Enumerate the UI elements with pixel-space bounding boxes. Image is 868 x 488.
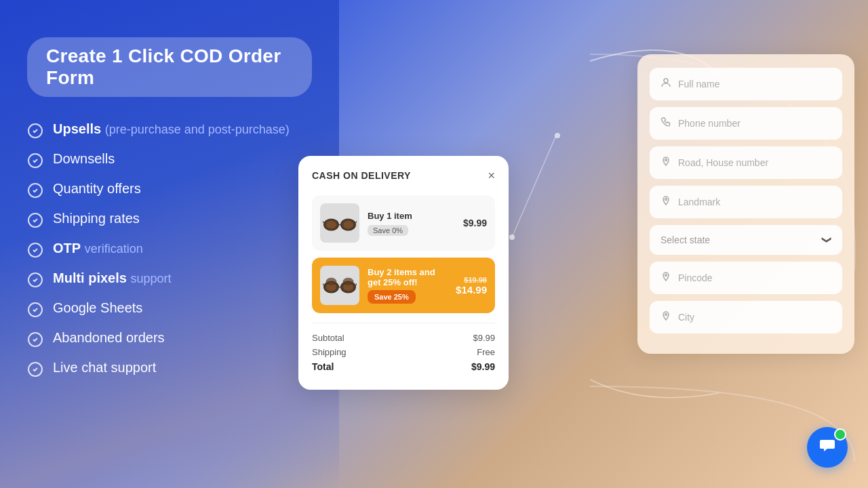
cod-card: CASH ON DELIVERY × Buy 1 item Save 0% $9… <box>298 156 509 390</box>
cod-close-button[interactable]: × <box>488 169 495 182</box>
feature-label-google: Google Sheets <box>53 300 142 316</box>
feature-highlight-otp: verification <box>85 242 143 256</box>
item-2-info: Buy 2 items and get 25% off! Save 25% <box>368 267 448 304</box>
item-1-label: Buy 1 item <box>368 211 455 221</box>
feature-livechat: Live chat support <box>27 360 312 378</box>
feature-label-otp: OTP <box>53 241 81 256</box>
page-title: Create 1 Click COD Order Form <box>46 45 293 89</box>
road-house-placeholder: Road, House number <box>678 157 831 168</box>
city-placeholder: City <box>678 312 831 323</box>
check-icon-downsells <box>27 152 43 169</box>
item-1-price: $9.99 <box>463 218 487 228</box>
svg-point-33 <box>665 314 667 316</box>
svg-point-32 <box>665 274 667 277</box>
landmark-placeholder: Landmark <box>678 197 831 207</box>
item-1-image <box>320 203 359 243</box>
check-icon-google <box>27 302 43 318</box>
feature-label-pixels: Multi pixels <box>53 270 127 285</box>
item-1-info: Buy 1 item Save 0% <box>368 211 455 236</box>
full-name-placeholder: Full name <box>678 79 831 89</box>
item-1-save-badge: Save 0% <box>368 225 408 236</box>
total-label: Total <box>312 361 334 372</box>
feature-highlight-upsells: (pre-purchase and post-purchase) <box>105 123 290 136</box>
svg-point-18 <box>326 221 336 229</box>
check-icon-otp <box>27 242 43 258</box>
svg-line-17 <box>355 222 357 224</box>
feature-quantity: Quantity offers <box>27 181 312 199</box>
chevron-down-icon: ❯ <box>822 236 833 244</box>
location-icon-road <box>660 156 671 169</box>
shipping-row: Shipping Free <box>312 347 495 357</box>
pincode-placeholder: Pincode <box>678 272 831 283</box>
phone-placeholder: Phone number <box>678 118 831 129</box>
svg-point-30 <box>665 159 667 161</box>
svg-line-23 <box>323 284 324 286</box>
feature-label-upsells: Upsells <box>53 121 101 136</box>
cod-item-1[interactable]: Buy 1 item Save 0% $9.99 <box>312 195 495 251</box>
feature-label-downsells: Downsells <box>53 151 115 167</box>
location-icon-landmark <box>660 195 671 209</box>
svg-point-28 <box>343 278 353 285</box>
feature-upsells: Upsells (pre-purchase and post-purchase) <box>27 121 312 139</box>
chat-button[interactable] <box>807 427 848 468</box>
item-2-label: Buy 2 items and get 25% off! <box>368 267 448 287</box>
state-placeholder: Select state <box>660 235 823 245</box>
feature-otp: OTP verification <box>27 241 312 258</box>
shipping-label: Shipping <box>312 347 347 357</box>
check-icon-upsells <box>27 123 43 139</box>
check-icon-shipping <box>27 212 43 228</box>
subtotal-value: $9.99 <box>473 333 495 343</box>
glasses-icon-2 <box>323 275 357 296</box>
item-2-save-badge: Save 25% <box>368 290 416 304</box>
item-2-price-discounted: $14.99 <box>456 284 487 296</box>
cod-totals: Subtotal $9.99 Shipping Free Total $9.99 <box>312 323 495 372</box>
feature-label-shipping: Shipping rates <box>53 211 140 226</box>
feature-highlight-pixels: support <box>130 272 171 285</box>
feature-label-quantity: Quantity offers <box>53 181 141 197</box>
glasses-icon-1 <box>323 213 357 233</box>
cod-header: CASH ON DELIVERY × <box>312 169 495 184</box>
form-panel: Full name Phone number Road, House numbe… <box>637 54 854 354</box>
phone-number-field[interactable]: Phone number <box>650 107 842 140</box>
feature-label-livechat: Live chat support <box>53 360 156 375</box>
check-icon-abandoned <box>27 331 43 348</box>
svg-point-31 <box>665 199 667 201</box>
city-field[interactable]: City <box>650 301 842 333</box>
state-select-field[interactable]: Select state ❯ <box>650 225 842 255</box>
item-2-price: $19.98 $14.99 <box>456 276 487 296</box>
total-row: Total $9.99 <box>312 361 495 372</box>
cod-item-2[interactable]: Buy 2 items and get 25% off! Save 25% $1… <box>312 258 495 313</box>
check-icon-livechat <box>27 361 43 378</box>
phone-icon <box>660 117 671 130</box>
landmark-field[interactable]: Landmark <box>650 186 842 218</box>
full-name-field[interactable]: Full name <box>650 68 842 100</box>
subtotal-row: Subtotal $9.99 <box>312 333 495 343</box>
location-icon-pincode <box>660 271 671 285</box>
svg-point-29 <box>664 79 668 83</box>
item-2-image <box>320 266 359 305</box>
road-house-field[interactable]: Road, House number <box>650 146 842 179</box>
check-icon-pixels <box>27 272 43 288</box>
check-icon-quantity <box>27 182 43 199</box>
user-icon <box>660 77 671 91</box>
svg-point-19 <box>343 221 353 229</box>
left-panel: Create 1 Click COD Order Form Upsells (p… <box>0 0 339 488</box>
svg-line-24 <box>355 284 357 286</box>
svg-point-27 <box>326 278 336 285</box>
pincode-field[interactable]: Pincode <box>650 262 842 294</box>
features-list: Upsells (pre-purchase and post-purchase)… <box>27 121 312 378</box>
title-badge: Create 1 Click COD Order Form <box>27 37 312 97</box>
item-2-price-original: $19.98 <box>456 276 487 284</box>
svg-line-16 <box>323 222 324 224</box>
feature-google: Google Sheets <box>27 300 312 318</box>
subtotal-label: Subtotal <box>312 333 344 343</box>
chat-icon <box>818 436 836 458</box>
feature-label-abandoned: Abandoned orders <box>53 330 165 346</box>
location-icon-city <box>660 310 671 324</box>
shipping-value: Free <box>477 347 495 357</box>
total-value: $9.99 <box>471 361 495 372</box>
feature-downsells: Downsells <box>27 151 312 169</box>
feature-shipping: Shipping rates <box>27 211 312 228</box>
feature-abandoned: Abandoned orders <box>27 330 312 348</box>
feature-pixels: Multi pixels support <box>27 270 312 288</box>
